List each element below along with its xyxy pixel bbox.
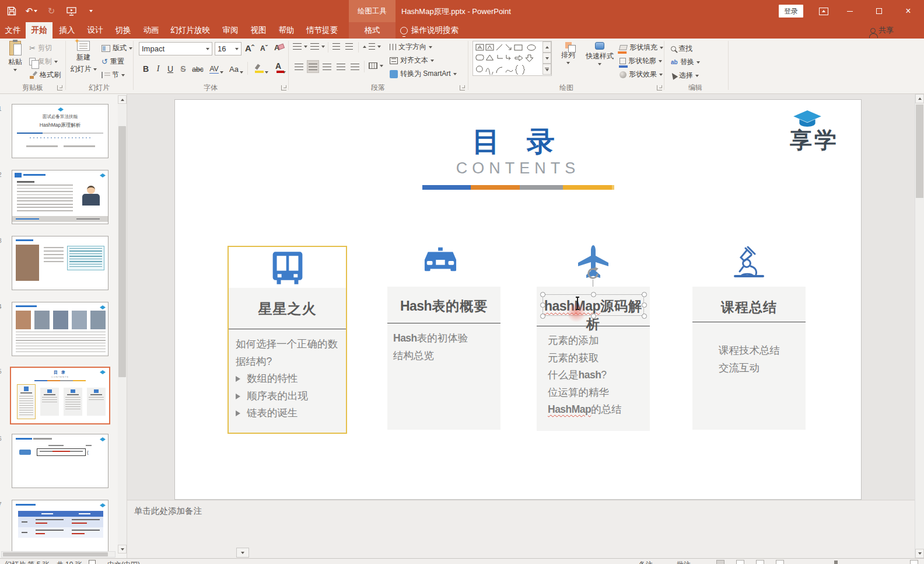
increase-indent-button[interactable] (345, 43, 353, 50)
notes-pane[interactable]: 单击此处添加备注 (127, 500, 915, 558)
tab-storyboard[interactable]: 情节提要 (300, 22, 344, 39)
toc-column-1[interactable]: 星星之火 如何选择一个正确的数 据结构? 数组的特性 顺序表的出现 链表的诞生 (228, 246, 347, 434)
change-case-button[interactable]: Aa (228, 61, 245, 75)
comments-toggle-button[interactable]: 批注 (677, 560, 691, 564)
thumbnails-hscrollbar-thumb[interactable] (3, 552, 108, 556)
tab-transitions[interactable]: 切换 (110, 22, 136, 39)
section-button[interactable]: 节 (102, 70, 125, 80)
shapes-more-button[interactable] (542, 64, 551, 75)
normal-view-button[interactable] (716, 560, 724, 564)
align-center-button[interactable] (307, 60, 319, 73)
main-scrollbar-track[interactable] (915, 94, 924, 558)
sign-in-button[interactable]: 登录 (779, 5, 803, 18)
selection-handle-ne[interactable] (642, 292, 647, 297)
select-button[interactable]: 选择 (671, 71, 699, 81)
save-button[interactable] (6, 6, 18, 16)
undo-dropdown-icon[interactable] (34, 10, 37, 12)
column-2-heading[interactable]: Hash表的概要 (387, 297, 501, 315)
clear-formatting-button[interactable]: A (274, 43, 279, 52)
slide-thumbnail-4[interactable] (12, 302, 108, 356)
tab-home[interactable]: 开始 (26, 22, 52, 39)
slide-thumbnail-3[interactable] (12, 236, 108, 290)
font-family-combobox[interactable]: Impact (139, 42, 212, 55)
drawing-dialog-launcher[interactable] (657, 85, 662, 90)
copy-button[interactable]: 复制 (29, 57, 58, 67)
quick-styles-button[interactable]: 快速样式 (583, 42, 616, 65)
paragraph-dialog-launcher[interactable] (460, 85, 465, 90)
toc-column-2[interactable]: Hash表的概要 Hash表的初体验 结构总览 (387, 287, 501, 430)
tab-file[interactable]: 文件 (0, 22, 26, 39)
slide-thumbnail-1[interactable]: 面试必备算法技能 HashMap原理解析 (12, 104, 108, 158)
selection-handle-nw[interactable] (540, 292, 545, 297)
slideshow-view-button[interactable] (776, 560, 784, 564)
strikethrough-button[interactable]: S (177, 61, 189, 75)
start-slideshow-button[interactable] (65, 6, 77, 16)
thumbnails-scroll-down-button[interactable] (118, 545, 127, 553)
column-1-body[interactable]: 如何选择一个正确的数 据结构? 数组的特性 顺序表的出现 链表的诞生 (236, 336, 344, 422)
layout-button[interactable]: 版式 (102, 43, 132, 53)
align-text-button[interactable]: 对齐文本 (390, 55, 434, 65)
toc-column-3[interactable]: hashMap源码解析 元素的添加 元素的获取 什么是hash? 位运算的精华 … (537, 287, 650, 431)
grow-font-button[interactable]: Aˆ (245, 43, 254, 53)
selection-handle-sw[interactable] (540, 314, 545, 319)
tab-format[interactable]: 格式 (354, 22, 391, 39)
shape-effects-button[interactable]: 形状效果 (620, 69, 663, 79)
tab-view[interactable]: 视图 (245, 22, 272, 39)
character-spacing-button[interactable]: AV (208, 61, 225, 75)
main-scroll-up-button[interactable] (915, 94, 924, 103)
bold-button[interactable]: B (140, 61, 152, 75)
selection-handle-s[interactable] (591, 314, 596, 319)
shapes-scroll-up-button[interactable] (542, 41, 551, 53)
slide-thumbnail-6[interactable]: { (12, 434, 108, 488)
language-indicator[interactable]: 中文(中国) (107, 560, 140, 564)
maximize-button[interactable] (869, 0, 889, 22)
slide-title[interactable]: 目 录 (175, 123, 861, 161)
clipboard-dialog-launcher[interactable] (57, 85, 62, 90)
justify-button[interactable] (335, 60, 347, 73)
numbering-button[interactable] (310, 43, 325, 50)
format-painter-button[interactable]: 格式刷 (29, 70, 61, 80)
selection-handle-se[interactable] (642, 314, 647, 319)
convert-smartart-button[interactable]: 转换为 SmartArt (390, 69, 457, 79)
tab-animations[interactable]: 动画 (138, 22, 164, 39)
slide-thumbnail-7[interactable] (12, 500, 108, 554)
scroll-down-button[interactable] (236, 548, 249, 558)
taxi-icon[interactable] (424, 247, 457, 273)
shape-outline-button[interactable]: 形状轮廓 (620, 56, 662, 66)
tab-review[interactable]: 审阅 (217, 22, 244, 39)
bullets-button[interactable] (293, 43, 307, 50)
slide-thumbnail-2[interactable] (12, 170, 108, 224)
slide-subtitle[interactable]: CONTENTS (175, 159, 861, 177)
customize-qat-button[interactable] (85, 6, 97, 16)
font-color-button[interactable]: A (272, 61, 289, 75)
underline-button[interactable]: U (164, 61, 176, 75)
line-spacing-button[interactable] (363, 43, 381, 50)
thumbnails-scrollbar-thumb[interactable] (118, 126, 126, 377)
cut-button[interactable]: 剪切 (29, 43, 52, 53)
redo-button[interactable]: ↻ (46, 6, 57, 16)
tab-slideshow[interactable]: 幻灯片放映 (164, 22, 216, 39)
ribbon-display-options-button[interactable] (814, 0, 834, 22)
thumbnails-hscrollbar-track[interactable] (1, 551, 116, 558)
share-button[interactable]: 共享 (870, 22, 894, 39)
reading-view-button[interactable] (756, 560, 764, 564)
zoom-slider-handle[interactable] (834, 560, 838, 564)
selection-handle-e[interactable] (642, 302, 647, 308)
toc-column-4[interactable]: 课程总结 课程技术总结 交流互动 (692, 287, 806, 430)
selected-textbox[interactable]: hashMap源码解析 (542, 294, 644, 316)
tab-help[interactable]: 帮助 (273, 22, 300, 39)
columns-button[interactable] (369, 62, 383, 69)
color-bar[interactable] (422, 185, 614, 190)
align-left-button[interactable] (293, 60, 305, 73)
text-highlight-button[interactable] (252, 61, 270, 75)
microscope-icon[interactable] (732, 246, 768, 280)
font-dialog-launcher[interactable] (281, 85, 286, 90)
notes-toggle-button[interactable]: 备注 (639, 560, 653, 564)
align-right-button[interactable] (321, 60, 333, 73)
column-3-body[interactable]: 元素的添加 元素的获取 什么是hash? 位运算的精华 HashMap的总结 (548, 332, 622, 419)
tab-insert[interactable]: 插入 (54, 22, 80, 39)
shapes-gallery[interactable] (473, 41, 552, 76)
replace-button[interactable]: ab替换 (671, 57, 700, 67)
close-button[interactable]: × (898, 0, 918, 22)
new-slide-button[interactable]: 新建 幻灯片 (69, 41, 98, 74)
